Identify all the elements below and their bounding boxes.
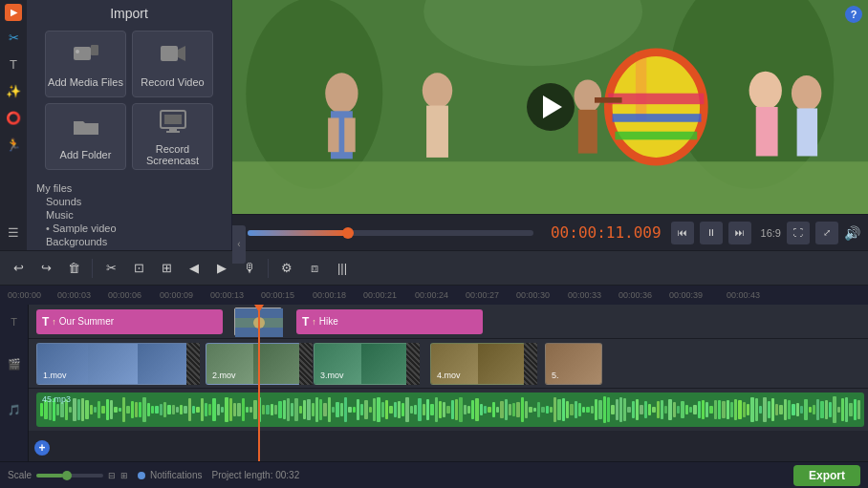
file-sample-video[interactable]: Sample video — [36, 222, 222, 235]
fullscreen-button[interactable]: ⛶ — [787, 222, 810, 244]
help-button[interactable]: ? — [845, 6, 862, 23]
video-clip-4[interactable]: 4.mov — [430, 343, 526, 385]
title-track-controls: T — [0, 305, 28, 339]
audio-track-icon[interactable]: 🎵 — [8, 404, 21, 416]
sidebar-icon-menu[interactable]: ☰ — [3, 222, 24, 243]
file-music[interactable]: Music — [36, 208, 222, 222]
record-screencast-icon — [159, 108, 187, 138]
time-marker-12: 00:00:36 — [618, 290, 652, 300]
scale-icon-right: ⊞ — [120, 471, 128, 480]
pause-button[interactable]: ⏸ — [700, 222, 723, 244]
cut-button[interactable]: ✂ — [98, 256, 123, 281]
video-clip-5[interactable]: 5. — [545, 343, 602, 385]
file-sounds[interactable]: Sounds — [36, 195, 222, 208]
volume-icon: 🔊 — [844, 225, 860, 241]
scale-icon-left: ⊟ — [108, 471, 116, 480]
redo-button[interactable]: ↪ — [33, 256, 58, 281]
delete-button[interactable]: 🗑 — [61, 256, 86, 281]
record-screencast-label: Record Screencast — [133, 143, 212, 166]
add-folder-label: Add Folder — [60, 149, 112, 160]
sidebar-icon-effects[interactable]: ✨ — [3, 80, 24, 101]
video-clip-4-label: 4.mov — [433, 369, 465, 382]
timecode-display: 00:00:11.009 — [551, 223, 662, 242]
svg-marker-4 — [178, 46, 185, 61]
collapse-panel-arrow[interactable]: ‹ — [232, 225, 246, 251]
timeline-scrubber[interactable] — [248, 230, 533, 236]
sidebar-icon-app: ▶ — [5, 4, 22, 21]
next-frame-button[interactable]: ▶ — [209, 256, 234, 281]
title-clip-hike-label: T ↑ Hike — [302, 315, 338, 329]
notifications-area: Notifications — [138, 470, 202, 480]
title-track: T ↑ Our Summer T ↑ — [29, 305, 868, 339]
skip-forward-button[interactable]: ⏭ — [728, 222, 751, 244]
settings-button[interactable]: ⚙ — [274, 256, 299, 281]
time-marker-14: 00:00:43 — [727, 290, 760, 300]
record-screencast-button[interactable]: Record Screencast — [132, 103, 213, 170]
sidebar-icon-transitions[interactable]: ⭕ — [3, 107, 24, 128]
export-button[interactable]: Export — [793, 465, 860, 486]
timeline-content: T 🎬 🎵 T ↑ Our Summer — [0, 305, 868, 461]
split-button[interactable]: ⊞ — [154, 256, 179, 281]
add-track-button[interactable]: + — [34, 440, 50, 456]
add-media-label: Add Media Files — [48, 76, 123, 88]
scrubber-handle[interactable] — [342, 227, 354, 239]
transition-1 — [186, 343, 200, 385]
playhead — [258, 305, 260, 461]
title-clip-our-summer[interactable]: T ↑ Our Summer — [36, 309, 223, 334]
aspect-ratio-label: 16:9 — [761, 227, 781, 239]
add-folder-button[interactable]: Add Folder — [45, 103, 126, 170]
waveform — [36, 393, 864, 427]
scale-slider[interactable] — [36, 474, 103, 477]
timecode-accent: 11.009 — [606, 223, 662, 242]
time-marker-9: 00:00:27 — [466, 290, 499, 300]
timeline-ruler: 00:00:00 00:00:03 00:00:06 00:00:09 00:0… — [0, 286, 868, 305]
audio-track-controls: 🎵 — [0, 389, 28, 431]
record-video-icon — [159, 41, 187, 72]
title-clip-hike[interactable]: T ↑ Hike — [296, 309, 483, 334]
time-marker-6: 00:00:18 — [313, 290, 346, 300]
add-media-icon — [72, 41, 100, 72]
title-track-icon[interactable]: T — [11, 316, 17, 328]
time-marker-2: 00:00:06 — [108, 290, 141, 300]
video-clip-3[interactable]: 3.mov — [314, 343, 409, 385]
time-marker-1: 00:00:03 — [57, 290, 91, 300]
transport-bar: 00:00:11.009 ⏮ ⏸ ⏭ 16:9 ⛶ ⤢ 🔊 — [232, 214, 868, 250]
audio-track: 45.mp3 — [29, 389, 868, 431]
sidebar-icon-text[interactable]: T — [3, 53, 24, 74]
video-clip-1[interactable]: 1.mov — [36, 343, 189, 385]
record-video-button[interactable]: Record Video — [132, 31, 213, 97]
scale-slider-handle[interactable] — [62, 471, 72, 480]
video-clip-1-label: 1.mov — [39, 369, 71, 382]
file-backgrounds[interactable]: Backgrounds — [36, 235, 222, 248]
time-marker-11: 00:00:33 — [568, 290, 601, 300]
add-media-files-button[interactable]: Add Media Files — [45, 31, 126, 97]
video-track-controls: 🎬 — [0, 339, 28, 389]
project-length: Project length: 00:32 — [211, 470, 299, 480]
sidebar-icon-import[interactable]: ✂ — [3, 27, 24, 48]
color-button[interactable]: ||| — [330, 256, 355, 281]
stabilize-button[interactable]: ⧈ — [302, 256, 327, 281]
time-marker-13: 00:00:39 — [669, 290, 703, 300]
svg-rect-8 — [164, 115, 182, 124]
import-grid: Add Media Files Record Video Add Fold — [27, 25, 231, 176]
track-side-controls: T 🎬 🎵 — [0, 305, 29, 461]
time-marker-4: 00:00:13 — [210, 290, 244, 300]
scale-label: Scale — [8, 470, 32, 480]
file-my-files[interactable]: My files — [36, 181, 222, 195]
skip-back-button[interactable]: ⏮ — [671, 222, 694, 244]
maximize-button[interactable]: ⤢ — [815, 222, 838, 244]
video-clip-2[interactable]: 2.mov — [206, 343, 301, 385]
video-preview: ? — [232, 0, 868, 214]
audio-clip-1[interactable]: 45.mp3 — [36, 393, 864, 427]
scale-slider-fill — [36, 474, 63, 477]
play-button[interactable] — [527, 83, 575, 131]
prev-frame-button[interactable]: ◀ — [182, 256, 206, 281]
sidebar-icon-motion[interactable]: 🏃 — [3, 134, 24, 155]
trim-button[interactable]: ⊡ — [126, 256, 151, 281]
video-track-icon[interactable]: 🎬 — [8, 358, 21, 371]
time-marker-0: 00:00:00 — [8, 290, 41, 300]
undo-button[interactable]: ↩ — [6, 256, 31, 281]
timeline-area: 00:00:00 00:00:03 00:00:06 00:00:09 00:0… — [0, 285, 868, 461]
time-marker-8: 00:00:24 — [415, 290, 448, 300]
scrubber-progress — [248, 230, 348, 236]
